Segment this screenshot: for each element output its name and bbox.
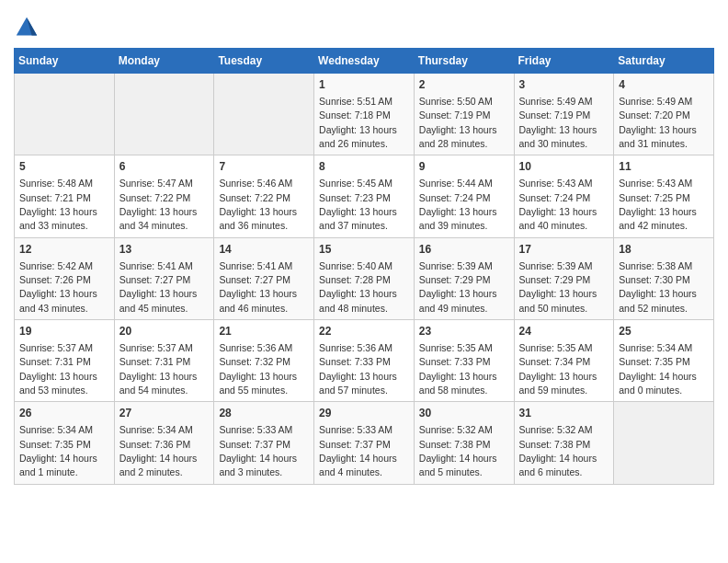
day-number: 15: [319, 242, 409, 258]
calendar-week-row: 12Sunrise: 5:42 AMSunset: 7:26 PMDayligh…: [15, 237, 714, 319]
cell-sunrise: Sunrise: 5:41 AM: [219, 260, 292, 271]
weekday-header-sunday: Sunday: [15, 49, 115, 74]
calendar-cell: [614, 402, 714, 484]
calendar-cell: 12Sunrise: 5:42 AMSunset: 7:26 PMDayligh…: [15, 237, 115, 319]
day-number: 7: [219, 159, 309, 175]
day-number: 2: [419, 77, 509, 93]
day-number: 18: [619, 242, 709, 258]
weekday-header-wednesday: Wednesday: [314, 49, 415, 74]
day-number: 19: [19, 324, 109, 339]
day-number: 3: [519, 77, 609, 93]
cell-daylight: Daylight: 13 hours and 57 minutes.: [319, 371, 397, 396]
cell-daylight: Daylight: 14 hours and 1 minute.: [19, 453, 97, 477]
cell-sunset: Sunset: 7:33 PM: [319, 356, 391, 367]
cell-daylight: Daylight: 13 hours and 31 minutes.: [619, 124, 697, 149]
cell-sunset: Sunset: 7:19 PM: [519, 109, 591, 121]
cell-daylight: Daylight: 14 hours and 5 minutes.: [419, 453, 497, 477]
cell-sunrise: Sunrise: 5:34 AM: [19, 424, 93, 435]
cell-sunrise: Sunrise: 5:40 AM: [319, 260, 392, 271]
calendar-week-row: 19Sunrise: 5:37 AMSunset: 7:31 PMDayligh…: [15, 320, 714, 402]
cell-sunset: Sunset: 7:38 PM: [419, 439, 491, 450]
logo-icon: [14, 15, 40, 40]
calendar-cell: 31Sunrise: 5:32 AMSunset: 7:38 PMDayligh…: [514, 402, 614, 484]
cell-daylight: Daylight: 13 hours and 40 minutes.: [519, 206, 597, 231]
calendar-cell: 21Sunrise: 5:36 AMSunset: 7:32 PMDayligh…: [214, 320, 314, 402]
cell-sunset: Sunset: 7:26 PM: [19, 274, 91, 285]
calendar-cell: 16Sunrise: 5:39 AMSunset: 7:29 PMDayligh…: [414, 237, 514, 319]
cell-sunset: Sunset: 7:22 PM: [119, 192, 191, 203]
calendar-cell: 5Sunrise: 5:48 AMSunset: 7:21 PMDaylight…: [15, 155, 115, 237]
calendar-cell: 7Sunrise: 5:46 AMSunset: 7:22 PMDaylight…: [214, 155, 314, 237]
day-number: 8: [319, 159, 409, 175]
cell-daylight: Daylight: 13 hours and 53 minutes.: [19, 371, 97, 396]
cell-sunset: Sunset: 7:19 PM: [419, 109, 491, 121]
day-number: 22: [319, 324, 409, 339]
cell-daylight: Daylight: 13 hours and 48 minutes.: [319, 288, 397, 313]
cell-daylight: Daylight: 13 hours and 30 minutes.: [519, 124, 597, 149]
day-number: 4: [619, 77, 709, 93]
cell-sunset: Sunset: 7:29 PM: [519, 274, 591, 285]
day-number: 23: [419, 324, 509, 339]
calendar-cell: 10Sunrise: 5:43 AMSunset: 7:24 PMDayligh…: [514, 155, 614, 237]
cell-sunrise: Sunrise: 5:45 AM: [319, 178, 392, 189]
cell-sunset: Sunset: 7:37 PM: [219, 439, 290, 450]
calendar-cell: 1Sunrise: 5:51 AMSunset: 7:18 PMDaylight…: [314, 74, 415, 155]
cell-sunrise: Sunrise: 5:47 AM: [119, 178, 193, 189]
cell-sunrise: Sunrise: 5:50 AM: [419, 96, 493, 107]
cell-sunrise: Sunrise: 5:32 AM: [519, 424, 593, 435]
cell-sunrise: Sunrise: 5:39 AM: [419, 260, 493, 271]
calendar-week-row: 26Sunrise: 5:34 AMSunset: 7:35 PMDayligh…: [15, 402, 714, 484]
calendar-cell: 17Sunrise: 5:39 AMSunset: 7:29 PMDayligh…: [514, 237, 614, 319]
calendar-cell: 4Sunrise: 5:49 AMSunset: 7:20 PMDaylight…: [614, 74, 714, 155]
cell-daylight: Daylight: 13 hours and 28 minutes.: [419, 124, 497, 149]
weekday-header-tuesday: Tuesday: [214, 49, 314, 74]
calendar-cell: 3Sunrise: 5:49 AMSunset: 7:19 PMDaylight…: [514, 74, 614, 155]
cell-sunset: Sunset: 7:24 PM: [519, 192, 591, 203]
cell-daylight: Daylight: 14 hours and 6 minutes.: [519, 453, 597, 477]
cell-daylight: Daylight: 14 hours and 3 minutes.: [219, 453, 297, 477]
cell-daylight: Daylight: 14 hours and 2 minutes.: [119, 453, 198, 477]
day-number: 13: [119, 242, 210, 258]
day-number: 31: [519, 406, 609, 421]
cell-daylight: Daylight: 14 hours and 4 minutes.: [319, 453, 397, 477]
cell-sunrise: Sunrise: 5:49 AM: [619, 96, 692, 107]
day-number: 14: [219, 242, 309, 258]
cell-daylight: Daylight: 13 hours and 43 minutes.: [19, 288, 97, 313]
cell-daylight: Daylight: 13 hours and 36 minutes.: [219, 206, 297, 231]
cell-sunset: Sunset: 7:25 PM: [619, 192, 690, 203]
cell-sunset: Sunset: 7:23 PM: [319, 192, 391, 203]
cell-daylight: Daylight: 13 hours and 45 minutes.: [119, 288, 198, 313]
day-number: 21: [219, 324, 309, 339]
cell-sunset: Sunset: 7:35 PM: [619, 356, 690, 367]
calendar-cell: 27Sunrise: 5:34 AMSunset: 7:36 PMDayligh…: [114, 402, 214, 484]
weekday-header-row: SundayMondayTuesdayWednesdayThursdayFrid…: [15, 49, 714, 74]
cell-sunrise: Sunrise: 5:38 AM: [619, 260, 692, 271]
cell-sunset: Sunset: 7:29 PM: [419, 274, 491, 285]
cell-sunrise: Sunrise: 5:44 AM: [419, 178, 493, 189]
cell-daylight: Daylight: 13 hours and 49 minutes.: [419, 288, 497, 313]
weekday-header-friday: Friday: [514, 49, 614, 74]
day-number: 12: [19, 242, 109, 258]
cell-sunrise: Sunrise: 5:43 AM: [619, 178, 692, 189]
calendar-cell: [114, 74, 214, 155]
calendar-cell: 2Sunrise: 5:50 AMSunset: 7:19 PMDaylight…: [414, 74, 514, 155]
cell-sunset: Sunset: 7:24 PM: [419, 192, 491, 203]
calendar-cell: 23Sunrise: 5:35 AMSunset: 7:33 PMDayligh…: [414, 320, 514, 402]
calendar-cell: 19Sunrise: 5:37 AMSunset: 7:31 PMDayligh…: [15, 320, 115, 402]
cell-sunrise: Sunrise: 5:51 AM: [319, 96, 392, 107]
cell-sunset: Sunset: 7:32 PM: [219, 356, 290, 367]
cell-sunset: Sunset: 7:22 PM: [219, 192, 290, 203]
calendar-week-row: 5Sunrise: 5:48 AMSunset: 7:21 PMDaylight…: [15, 155, 714, 237]
cell-sunset: Sunset: 7:31 PM: [19, 356, 91, 367]
day-number: 9: [419, 159, 509, 175]
day-number: 17: [519, 242, 609, 258]
calendar-cell: 9Sunrise: 5:44 AMSunset: 7:24 PMDaylight…: [414, 155, 514, 237]
cell-sunrise: Sunrise: 5:34 AM: [119, 424, 193, 435]
cell-sunrise: Sunrise: 5:48 AM: [19, 178, 93, 189]
cell-sunrise: Sunrise: 5:41 AM: [119, 260, 193, 271]
cell-sunrise: Sunrise: 5:39 AM: [519, 260, 593, 271]
cell-daylight: Daylight: 13 hours and 42 minutes.: [619, 206, 697, 231]
cell-sunrise: Sunrise: 5:37 AM: [19, 342, 93, 353]
cell-daylight: Daylight: 13 hours and 34 minutes.: [119, 206, 198, 231]
weekday-header-monday: Monday: [114, 49, 214, 74]
